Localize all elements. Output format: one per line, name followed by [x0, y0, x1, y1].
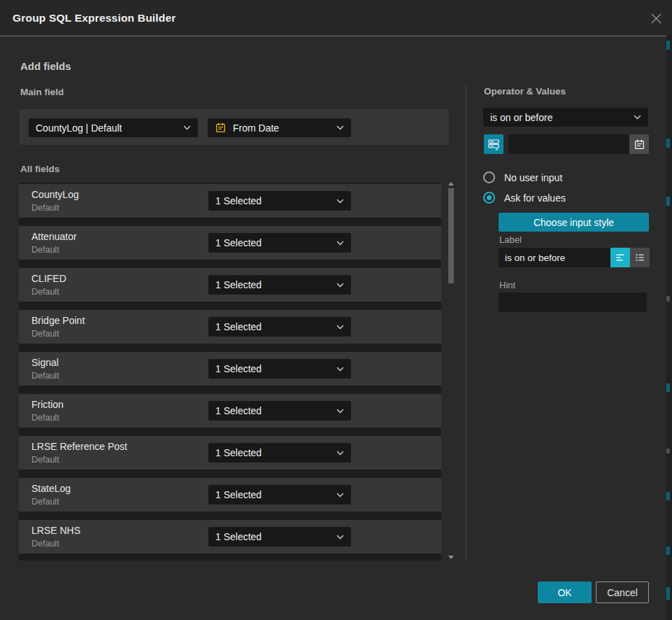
field-selection-dropdown[interactable]: 1 Selected	[208, 485, 351, 505]
field-selection-dropdown[interactable]: 1 Selected	[208, 359, 351, 379]
field-row: LRSE Reference Post Default 1 Selected	[19, 436, 441, 470]
edge-speck	[666, 547, 670, 555]
dialog-title: Group SQL Expression Builder	[13, 0, 176, 36]
align-left-icon	[615, 252, 626, 263]
field-select-value: From Date	[233, 122, 332, 134]
selection-value: 1 Selected	[215, 531, 332, 542]
field-sublabel: Default	[31, 371, 59, 381]
edge-speck	[666, 296, 670, 302]
field-name: Attenuator	[31, 231, 77, 242]
selection-value: 1 Selected	[215, 237, 332, 248]
selection-value: 1 Selected	[215, 447, 332, 458]
calendar-icon	[634, 139, 645, 150]
field-selection-dropdown[interactable]: 1 Selected	[208, 443, 351, 463]
radio-circle-selected-icon[interactable]	[483, 192, 495, 204]
edge-speck	[666, 139, 670, 148]
scrollbar-thumb[interactable]	[448, 188, 454, 283]
value-date-input[interactable]	[508, 134, 629, 154]
edge-speck	[666, 383, 670, 392]
dialog-titlebar: Group SQL Expression Builder	[0, 0, 672, 36]
cancel-button[interactable]: Cancel	[596, 582, 649, 603]
field-name: CLIFED	[31, 273, 66, 284]
list-scrollbar[interactable]	[447, 180, 455, 561]
field-sublabel: Default	[31, 203, 59, 213]
field-selection-dropdown[interactable]: 1 Selected	[208, 401, 351, 421]
scrollbar-up-arrow-icon[interactable]	[448, 182, 454, 185]
chevron-down-icon	[336, 125, 344, 130]
field-row: Attenuator Default 1 Selected	[19, 226, 441, 260]
all-fields-label: All fields	[20, 164, 59, 174]
operator-select[interactable]: is on or before	[483, 108, 648, 127]
choose-input-style-button[interactable]: Choose input style	[499, 213, 649, 232]
hint-field-label: Hint	[499, 280, 515, 290]
chevron-down-icon	[634, 115, 641, 120]
field-name: Friction	[31, 399, 64, 410]
selection-value: 1 Selected	[215, 279, 332, 290]
close-icon[interactable]	[649, 11, 663, 25]
main-field-layer-select[interactable]: CountyLog | Default	[29, 118, 198, 137]
selection-value: 1 Selected	[215, 321, 332, 332]
panel-divider	[466, 85, 466, 561]
hint-input[interactable]	[499, 293, 647, 312]
field-name: CountyLog	[31, 189, 79, 200]
selection-value: 1 Selected	[215, 363, 332, 374]
operator-select-value: is on or before	[490, 112, 629, 123]
all-fields-list: CountyLog Default 1 Selected Attenuator …	[19, 183, 441, 561]
radio-ask-for-values[interactable]: Ask for values	[483, 192, 566, 204]
field-name: LRSE NHS	[31, 525, 80, 536]
ok-button[interactable]: OK	[538, 582, 592, 603]
field-name: Bridge Point	[31, 315, 85, 326]
radio-circle-icon[interactable]	[483, 171, 495, 183]
field-selection-dropdown[interactable]: 1 Selected	[208, 317, 351, 337]
field-sublabel: Default	[31, 497, 59, 507]
main-field-field-select[interactable]: From Date	[208, 118, 351, 137]
field-sublabel: Default	[31, 413, 59, 423]
chevron-down-icon	[336, 367, 344, 372]
main-field-panel: CountyLog | Default From Date	[20, 109, 449, 145]
add-fields-heading: Add fields	[20, 60, 71, 72]
chevron-down-icon	[336, 241, 344, 246]
background-app-edge	[666, 36, 672, 620]
chevron-down-icon	[336, 409, 344, 414]
field-sublabel: Default	[31, 287, 59, 297]
field-row: Bridge Point Default 1 Selected	[19, 310, 441, 344]
layer-select-value: CountyLog | Default	[36, 122, 179, 134]
calendar-picker-button[interactable]	[629, 134, 649, 154]
unique-values-icon	[487, 138, 500, 150]
chevron-down-icon	[336, 535, 344, 540]
chevron-down-icon	[336, 493, 344, 498]
edge-speck	[666, 41, 670, 50]
input-style-list-toggle[interactable]	[630, 248, 650, 267]
radio-no-user-input[interactable]: No user input	[483, 171, 562, 183]
field-row: Friction Default 1 Selected	[19, 394, 441, 428]
field-row: LRSE NHS Default 1 Selected	[19, 520, 441, 554]
field-row: StateLog Default 1 Selected	[19, 478, 441, 512]
operator-values-heading: Operator & Values	[484, 86, 566, 97]
field-sublabel: Default	[31, 329, 59, 339]
edge-speck	[666, 492, 670, 500]
radio-label: No user input	[504, 172, 562, 183]
unique-values-button[interactable]	[484, 134, 503, 154]
field-selection-dropdown[interactable]: 1 Selected	[208, 527, 351, 547]
edge-speck	[666, 197, 670, 206]
chevron-down-icon	[336, 199, 344, 204]
field-row: Signal Default 1 Selected	[19, 352, 441, 386]
field-selection-dropdown[interactable]: 1 Selected	[208, 275, 351, 295]
field-name: LRSE Reference Post	[31, 441, 127, 452]
field-sublabel: Default	[31, 245, 59, 255]
selection-value: 1 Selected	[215, 489, 332, 500]
field-sublabel: Default	[31, 455, 59, 465]
field-name: StateLog	[31, 483, 71, 494]
chevron-down-icon	[336, 451, 344, 456]
scrollbar-down-arrow-icon[interactable]	[448, 556, 454, 559]
calendar-date-icon	[215, 122, 227, 134]
field-selection-dropdown[interactable]: 1 Selected	[208, 191, 351, 211]
label-field-label: Label	[499, 234, 522, 245]
bullet-list-icon	[634, 252, 645, 263]
label-input[interactable]	[499, 248, 610, 267]
field-selection-dropdown[interactable]: 1 Selected	[208, 233, 351, 253]
main-field-label: Main field	[20, 87, 64, 97]
input-style-textbox-toggle[interactable]	[610, 248, 630, 267]
chevron-down-icon	[336, 325, 344, 330]
selection-value: 1 Selected	[215, 195, 332, 206]
